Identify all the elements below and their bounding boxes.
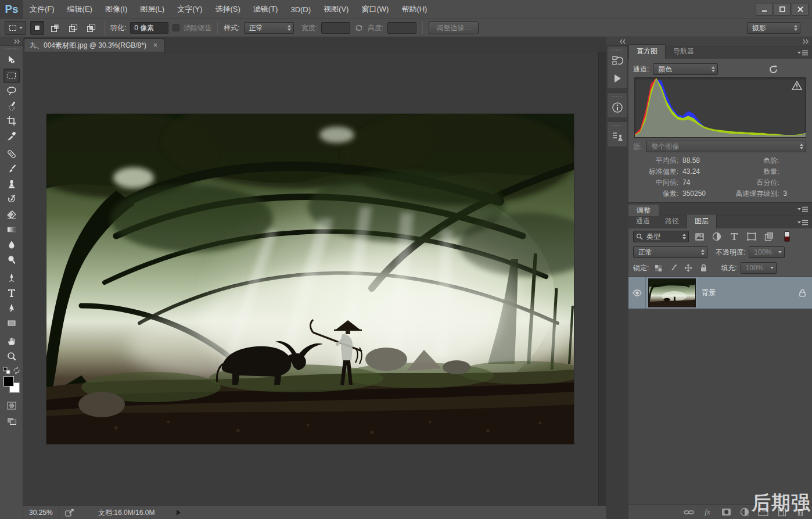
- foreground-background-colors[interactable]: [3, 375, 20, 395]
- tab-layers[interactable]: 图层: [687, 214, 717, 228]
- panel-menu-icon[interactable]: [797, 49, 812, 56]
- swap-colors-icon[interactable]: [13, 367, 20, 374]
- dock-grip[interactable]: [612, 48, 623, 52]
- menu-help[interactable]: 帮助(H): [395, 0, 433, 19]
- blend-mode-select[interactable]: 正常: [633, 246, 707, 258]
- zoom-tool[interactable]: [3, 349, 20, 364]
- selection-mode-intersect[interactable]: [84, 21, 98, 35]
- canvas-vertical-scrollbar[interactable]: [598, 52, 606, 506]
- tab-navigator[interactable]: 导航器: [666, 45, 702, 59]
- quick-mask-button[interactable]: [3, 399, 20, 413]
- tool-presets-panel-icon[interactable]: [608, 128, 627, 145]
- layer-row-background[interactable]: 背景: [628, 277, 812, 309]
- menu-layer[interactable]: 图层(L): [134, 0, 171, 19]
- link-layers-icon[interactable]: [682, 506, 696, 518]
- rectangular-marquee-tool[interactable]: [3, 69, 20, 83]
- layer-thumbnail[interactable]: [648, 278, 696, 307]
- fill-select[interactable]: 100%: [741, 262, 777, 274]
- filter-pixel-layers-icon[interactable]: [692, 230, 706, 243]
- close-button[interactable]: [792, 3, 809, 16]
- selection-mode-subtract[interactable]: [66, 21, 80, 35]
- lasso-tool[interactable]: [3, 84, 20, 98]
- add-layer-mask-icon[interactable]: [719, 506, 733, 518]
- history-brush-tool[interactable]: [3, 192, 20, 207]
- menu-type[interactable]: 文字(Y): [171, 0, 209, 19]
- quick-selection-tool[interactable]: [3, 99, 20, 113]
- dodge-tool[interactable]: [3, 253, 20, 267]
- lock-all-icon[interactable]: [698, 262, 709, 274]
- document-tab[interactable]: 九、004素材图.jpg @ 30.3%(RGB/8*) ×: [24, 38, 164, 52]
- panel-menu-icon[interactable]: [797, 206, 812, 213]
- style-select[interactable]: 正常: [244, 22, 294, 34]
- brush-tool[interactable]: [3, 162, 20, 177]
- tool-preset-picker[interactable]: [5, 21, 26, 35]
- channel-select[interactable]: 颜色: [653, 63, 718, 75]
- lock-position-icon[interactable]: [682, 262, 694, 274]
- filter-type-layers-icon[interactable]: [727, 230, 741, 243]
- blur-tool[interactable]: [3, 238, 20, 252]
- path-selection-tool[interactable]: [3, 301, 20, 316]
- menu-window[interactable]: 窗口(W): [355, 0, 395, 19]
- layer-style-fx-icon[interactable]: fx: [700, 506, 714, 518]
- refine-edge-button[interactable]: 调整边缘…: [429, 22, 479, 34]
- dock-expand-button[interactable]: [606, 37, 628, 46]
- menu-file[interactable]: 文件(F): [23, 0, 61, 19]
- menu-3d[interactable]: 3D(D): [284, 0, 317, 19]
- info-panel-icon[interactable]: [608, 99, 627, 116]
- menu-filter[interactable]: 滤镜(T): [247, 0, 285, 19]
- layer-filtering-toggle[interactable]: [784, 231, 790, 242]
- filter-adjustment-layers-icon[interactable]: [710, 230, 724, 243]
- crop-tool[interactable]: [3, 114, 20, 128]
- lock-pixels-icon[interactable]: [667, 262, 679, 274]
- workspace-select[interactable]: 摄影: [747, 22, 800, 34]
- feather-input[interactable]: 0 像素: [130, 22, 168, 34]
- gradient-tool[interactable]: [3, 223, 20, 237]
- share-icon[interactable]: [65, 509, 75, 517]
- horizontal-type-tool[interactable]: [3, 286, 20, 300]
- history-panel-icon[interactable]: [608, 52, 627, 70]
- canvas[interactable]: [23, 52, 606, 506]
- selection-mode-new[interactable]: [30, 21, 44, 35]
- menu-image[interactable]: 图像(I): [99, 0, 134, 19]
- tab-paths[interactable]: 路径: [657, 214, 687, 228]
- actions-panel-icon[interactable]: [608, 70, 627, 87]
- maximize-button[interactable]: [774, 3, 791, 16]
- clone-stamp-tool[interactable]: [3, 177, 20, 192]
- spot-healing-brush-tool[interactable]: [3, 147, 20, 162]
- tab-histogram[interactable]: 直方图: [628, 44, 666, 59]
- cached-data-warning-icon[interactable]: [792, 81, 802, 90]
- source-select[interactable]: 整个图像: [646, 141, 806, 152]
- opacity-select[interactable]: 100%: [749, 246, 785, 258]
- swap-width-height-icon[interactable]: [354, 24, 364, 32]
- layer-visibility-toggle[interactable]: [628, 277, 646, 309]
- screen-mode-button[interactable]: [3, 414, 20, 428]
- rectangle-tool[interactable]: [3, 316, 20, 331]
- dock-grip[interactable]: [612, 95, 623, 98]
- filter-shape-layers-icon[interactable]: [745, 230, 759, 243]
- hand-tool[interactable]: [3, 334, 20, 349]
- menu-edit[interactable]: 编辑(E): [61, 0, 99, 19]
- tools-panel-grip[interactable]: [5, 47, 18, 51]
- eyedropper-tool[interactable]: [3, 129, 20, 144]
- status-menu-arrow-icon[interactable]: [177, 510, 181, 516]
- filter-smart-objects-icon[interactable]: [762, 230, 776, 243]
- refresh-histogram-icon[interactable]: [768, 65, 807, 74]
- pen-tool[interactable]: [3, 271, 20, 285]
- lock-transparency-icon[interactable]: [652, 262, 664, 274]
- new-adjustment-layer-icon[interactable]: [738, 506, 752, 518]
- tools-panel-header[interactable]: [0, 37, 23, 46]
- foreground-color-swatch[interactable]: [3, 376, 14, 386]
- document-close-icon[interactable]: ×: [152, 41, 159, 49]
- layer-filter-select[interactable]: 类型: [633, 231, 689, 242]
- move-tool[interactable]: [3, 53, 20, 68]
- selection-mode-add[interactable]: [48, 21, 62, 35]
- minimize-button[interactable]: [756, 3, 773, 16]
- menu-view[interactable]: 视图(V): [317, 0, 355, 19]
- dock-grip[interactable]: [612, 124, 623, 127]
- width-input[interactable]: [321, 22, 350, 34]
- panel-menu-icon[interactable]: [797, 219, 812, 226]
- zoom-level-field[interactable]: 30.25%: [29, 506, 59, 519]
- default-colors-icon[interactable]: [3, 367, 10, 374]
- antialias-checkbox[interactable]: [173, 24, 179, 31]
- height-input[interactable]: [387, 22, 416, 34]
